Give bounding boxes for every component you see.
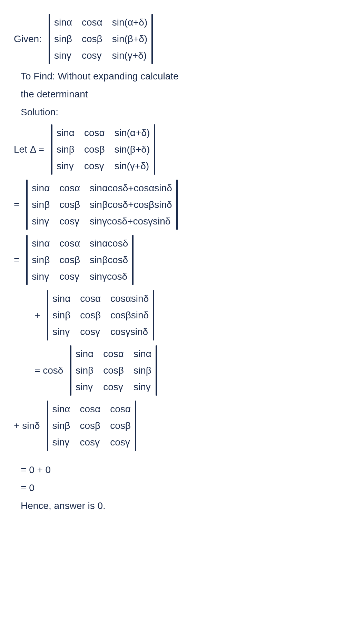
cell: sinγ <box>52 325 70 339</box>
equals-sign: = <box>14 253 19 267</box>
cell: sinγ <box>32 214 50 229</box>
cell: cosγ <box>103 380 124 394</box>
cell: sinα <box>57 126 75 140</box>
let-delta-label: Let Δ = <box>14 142 44 157</box>
cell: cosα <box>59 236 80 251</box>
det-grid: sinα cosα sin(α+δ) sinβ cosβ sin(β+δ) si… <box>52 14 149 64</box>
cell: sinγcosδ+cosγsinδ <box>90 214 172 229</box>
let-delta-line: Let Δ = sinα cosα sin(α+δ) sinβ cosβ sin… <box>14 123 331 176</box>
cell: cosβsinδ <box>110 308 149 323</box>
cell: sinγ <box>52 435 70 450</box>
cell: sinβcosδ <box>90 253 128 267</box>
cell: cosγ <box>59 269 80 284</box>
final-answer: Hence, answer is 0. <box>21 499 331 513</box>
cell: sinγ <box>32 269 50 284</box>
cell: sinβ <box>32 253 50 267</box>
cell: cosγ <box>110 435 131 450</box>
cell: sinβcosδ+cosβsinδ <box>90 198 172 212</box>
cell: cosβ <box>59 253 80 267</box>
cell: sinαcosδ+cosαsinδ <box>90 181 172 195</box>
cell: cosβ <box>80 419 101 433</box>
det-grid: sinα cosα cosα sinβ cosβ cosβ sinγ cosγ … <box>50 401 133 451</box>
given-label: Given: <box>14 32 42 46</box>
cell: sinαcosδ <box>90 236 128 251</box>
cell: sinβ <box>57 142 75 157</box>
cell: sinα <box>134 347 151 361</box>
expand-line: = sinα cosα sinαcosδ+cosαsinδ sinβ cosβ … <box>14 178 331 231</box>
cell: cosα <box>59 181 80 195</box>
split1-line: = sinα cosα sinαcosδ sinβ cosβ sinβcosδ … <box>14 233 331 287</box>
result-zero-plus-zero: = 0 + 0 <box>21 463 331 477</box>
cell: sinα <box>76 347 93 361</box>
det-bar-left <box>26 180 28 230</box>
det-bar-right <box>156 345 157 396</box>
cell: cosγsinδ <box>110 325 149 339</box>
split2-line: + sinα cosα cosαsinδ sinβ cosβ cosβsinδ … <box>34 289 331 342</box>
factor1-line: = cosδ sinα cosα sinα sinβ cosβ sinβ sin… <box>34 344 331 397</box>
det-grid: sinα cosα sin(α+δ) sinβ cosβ sin(β+δ) si… <box>55 124 152 175</box>
cell: cosαsinδ <box>110 291 149 306</box>
cell: sinγ <box>54 48 72 63</box>
cell: sinβ <box>32 198 50 212</box>
cell: sin(β+δ) <box>112 32 148 46</box>
cell: sinα <box>32 181 50 195</box>
cell: cosα <box>80 291 101 306</box>
det-grid: sinα cosα sinαcosδ+cosαsinδ sinβ cosβ si… <box>30 180 174 230</box>
cell: cosβ <box>110 419 131 433</box>
det-bar-left <box>49 14 50 64</box>
cell: cosβ <box>82 32 102 46</box>
cell: sinα <box>32 236 50 251</box>
factor2-line: + sinδ sinα cosα cosα sinβ cosβ cosβ sin… <box>14 399 331 452</box>
expand-determinant: sinα cosα sinαcosδ+cosαsinδ sinβ cosβ si… <box>24 180 179 230</box>
plus-sign: + <box>34 308 40 323</box>
det-grid: sinα cosα sinαcosδ sinβ cosβ sinβcosδ si… <box>30 235 130 285</box>
given-determinant: sinα cosα sin(α+δ) sinβ cosβ sin(β+δ) si… <box>47 14 155 64</box>
det-bar-right <box>176 180 178 230</box>
cell: sin(γ+δ) <box>112 48 148 63</box>
delta-determinant: sinα cosα sin(α+δ) sinβ cosβ sin(β+δ) si… <box>49 124 157 175</box>
given-line: Given: sinα cosα sin(α+δ) sinβ cosβ sin(… <box>14 12 331 66</box>
cell: cosβ <box>59 198 80 212</box>
det-bar-left <box>70 345 71 396</box>
det-bar-right <box>151 14 153 64</box>
cell: sinγ <box>76 380 93 394</box>
det-grid: sinα cosα cosαsinδ sinβ cosβ cosβsinδ si… <box>50 290 151 340</box>
cell: sinα <box>52 291 70 306</box>
cell: cosγ <box>59 214 80 229</box>
det-bar-left <box>47 290 48 340</box>
cos-delta-coeff: = cosδ <box>34 363 63 378</box>
cell: cosα <box>82 15 102 30</box>
cell: sinβ <box>52 308 70 323</box>
cell: sinγ <box>57 159 75 173</box>
to-find-text-1: To Find: Without expanding calculate <box>21 69 331 84</box>
equals-sign: = <box>14 198 19 212</box>
split1-determinant: sinα cosα sinαcosδ sinβ cosβ sinβcosδ si… <box>24 235 136 285</box>
cell: sinβ <box>76 363 93 378</box>
cell: sinγcosδ <box>90 269 128 284</box>
cell: sinβ <box>54 32 72 46</box>
cell: cosα <box>80 402 101 416</box>
split2-determinant: sinα cosα cosαsinδ sinβ cosβ cosβsinδ si… <box>45 290 156 340</box>
cell: sin(α+δ) <box>112 15 148 30</box>
cell: cosγ <box>84 159 105 173</box>
det-grid: sinα cosα sinα sinβ cosβ sinβ sinγ cosγ … <box>73 345 154 396</box>
det-bar-right <box>135 401 136 451</box>
cell: cosγ <box>80 325 101 339</box>
cell: sinβ <box>134 363 151 378</box>
factor1-determinant: sinα cosα sinα sinβ cosβ sinβ sinγ cosγ … <box>68 345 159 396</box>
factor2-determinant: sinα cosα cosα sinβ cosβ cosβ sinγ cosγ … <box>45 401 139 451</box>
solution-label: Solution: <box>21 105 331 119</box>
det-bar-left <box>47 401 48 451</box>
cell: cosα <box>103 347 124 361</box>
det-bar-right <box>154 124 155 175</box>
cell: cosβ <box>80 308 101 323</box>
det-bar-right <box>132 235 134 285</box>
cell: cosα <box>84 126 105 140</box>
det-bar-left <box>51 124 52 175</box>
cell: sin(α+δ) <box>115 126 150 140</box>
cell: sinα <box>52 402 70 416</box>
to-find-text-2: the determinant <box>21 87 331 102</box>
cell: cosβ <box>84 142 105 157</box>
sin-delta-coeff: + sinδ <box>14 419 40 433</box>
cell: cosγ <box>80 435 101 450</box>
